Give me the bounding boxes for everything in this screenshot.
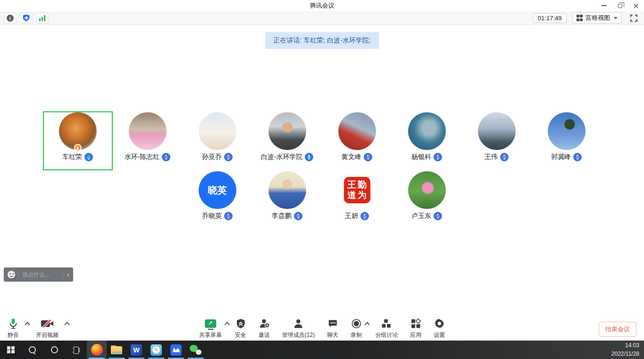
mic-status-icon [434, 212, 442, 220]
taskbar-app-screen-capture[interactable]: ✎ [146, 341, 166, 359]
taskbar-app-file-explorer[interactable] [107, 341, 126, 359]
mic-options-chevron-icon[interactable] [25, 322, 30, 327]
meeting-info-button[interactable]: i [4, 13, 17, 24]
fullscreen-button[interactable] [630, 15, 637, 22]
mic-status-icon [84, 153, 93, 161]
cortana-icon [51, 346, 58, 353]
divider [18, 271, 19, 278]
mic-status-icon [224, 153, 233, 161]
participant-tile[interactable]: 车红荣 [43, 111, 113, 170]
chevron-left-icon[interactable]: ‹ [67, 271, 69, 279]
view-mode-switch[interactable]: 宫格视图 [572, 12, 622, 24]
chevron-down-icon [614, 17, 618, 19]
participant-name: 水环-陈志红 [125, 153, 160, 161]
participant-tile[interactable]: 黄文峰 [322, 111, 392, 170]
taskbar-app-firefox[interactable] [87, 341, 107, 359]
security-button[interactable]: 安全 [235, 318, 246, 339]
taskbar-app-tencent-meeting[interactable] [166, 341, 186, 359]
invite-button[interactable]: 邀请 [259, 318, 270, 339]
participant-tile[interactable]: 王伟 [462, 111, 532, 170]
breakout-rooms-button[interactable]: 分组讨论 [375, 318, 398, 339]
grid-view-icon [577, 15, 583, 21]
participant-tile[interactable]: 白波-水环学院 [252, 111, 322, 170]
mute-button[interactable]: 静音 [8, 318, 19, 339]
mic-status-icon [434, 153, 442, 161]
chat-input-placeholder[interactable]: 说点什么... [22, 271, 60, 279]
share-screen-icon: ➚ [205, 318, 216, 329]
record-options-chevron-icon[interactable] [365, 322, 370, 327]
participant-tile[interactable]: 卢玉东 [392, 170, 462, 229]
video-label: 开启视频 [36, 331, 59, 339]
members-label: 管理成员(12) [282, 331, 315, 339]
chat-label: 聊天 [327, 331, 338, 339]
taskbar-clock[interactable]: 14:03 2022/11/28 [611, 341, 644, 359]
settings-button[interactable]: 设置 [434, 318, 445, 339]
avatar [408, 112, 446, 150]
share-options-chevron-icon[interactable] [224, 322, 229, 327]
participant-name: 卢玉东 [411, 212, 431, 220]
record-label: 录制 [351, 331, 362, 339]
close-button[interactable]: ✕ [628, 0, 644, 11]
participant-tile[interactable]: 郭冀峰 [532, 111, 602, 170]
close-icon: ✕ [633, 2, 639, 9]
taskbar-app-wechat[interactable] [186, 341, 206, 359]
taskbar-search-button[interactable] [22, 341, 43, 359]
windows-logo-icon [7, 346, 15, 354]
avatar [268, 112, 306, 150]
end-meeting-button[interactable]: 结束会议 [599, 322, 636, 337]
view-mode-label: 宫格视图 [585, 14, 610, 22]
meeting-timer: 01:17:49 [533, 13, 567, 23]
share-label: 共享屏幕 [199, 331, 222, 339]
restore-icon [618, 4, 622, 8]
avatar [129, 112, 167, 150]
participant-tile[interactable]: 孙亚乔 [183, 111, 252, 170]
participant-tile[interactable]: 李彦鹏 [252, 170, 322, 229]
video-options-chevron-icon[interactable] [64, 322, 69, 327]
speaking-banner: 正在讲话: 车红荣; 白波-水环学院; [265, 32, 379, 49]
participant-name: 杨银科 [411, 153, 431, 161]
health-code-button[interactable] [20, 13, 33, 24]
participant-tile[interactable]: 王勤 道为 王妍 [322, 170, 392, 229]
clock-time: 14:03 [625, 342, 639, 350]
pencil-app-icon: ✎ [151, 344, 162, 356]
chat-bubble-icon [327, 318, 338, 329]
task-view-button[interactable] [65, 341, 87, 359]
start-video-button[interactable]: 开启视频 [36, 318, 59, 339]
avatar: 晓英 [199, 171, 236, 209]
restore-button[interactable] [612, 0, 628, 11]
clock-date: 2022/11/28 [611, 350, 639, 358]
cortana-button[interactable] [43, 341, 65, 359]
network-signal-icon [39, 15, 45, 21]
record-icon [351, 318, 361, 329]
participant-tile[interactable]: 晓英 乔晓英 [183, 170, 252, 229]
security-shield-icon [236, 318, 245, 329]
participant-name: 孙亚乔 [202, 153, 222, 161]
person-icon [293, 318, 304, 329]
participant-name: 王伟 [485, 153, 498, 161]
microphone-icon [8, 318, 18, 329]
gear-icon [434, 318, 444, 329]
search-icon [29, 346, 36, 354]
apps-button[interactable]: 应用 [410, 318, 421, 339]
person-add-icon [259, 318, 270, 329]
participant-tile[interactable]: 水环-陈志红 [113, 111, 183, 170]
record-button[interactable]: 录制 [351, 318, 362, 339]
mic-status-icon [573, 153, 582, 161]
avatar [408, 171, 446, 209]
mute-label: 静音 [8, 331, 19, 339]
chat-button[interactable]: 聊天 [327, 318, 338, 339]
emoji-icon[interactable] [8, 271, 15, 278]
quick-chat-bar[interactable]: 说点什么... ‹ [4, 267, 73, 282]
minimize-button[interactable] [596, 0, 612, 11]
minimize-icon [602, 5, 607, 6]
start-button[interactable] [0, 341, 22, 359]
participant-tile[interactable]: 杨银科 [392, 111, 462, 170]
manage-members-button[interactable]: 管理成员(12) [282, 318, 315, 339]
participant-name: 乔晓英 [202, 212, 222, 220]
taskbar-app-word[interactable]: W [126, 341, 146, 359]
mic-status-icon [305, 153, 313, 161]
network-status-button[interactable] [36, 13, 49, 24]
camera-off-icon [41, 318, 53, 329]
window-controls: ✕ [596, 0, 644, 11]
share-screen-button[interactable]: ➚ 共享屏幕 [199, 318, 222, 339]
